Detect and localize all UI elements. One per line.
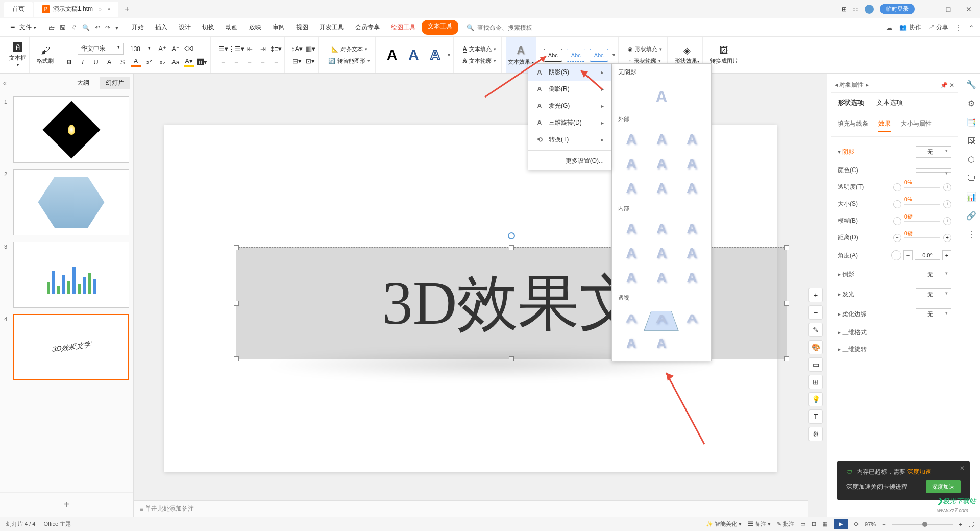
pin-icon[interactable]: 📌 [940,82,948,89]
add-tab-button[interactable]: + [119,5,134,14]
shadow-preset[interactable]: A [618,178,644,199]
shadow-preset[interactable]: A [679,154,705,174]
view-normal-icon[interactable]: ▭ [800,521,805,527]
tab-start[interactable]: 开始 [127,20,149,35]
shadow-text-button[interactable]: A [104,57,114,67]
effects-tab[interactable]: 效果 [878,119,891,132]
resize-handle[interactable] [509,245,514,250]
notes-toggle[interactable]: ☰ 备注 ▾ [748,520,771,528]
image-icon[interactable]: 🖼 [967,136,975,146]
change-case-button[interactable]: Aa [170,57,181,67]
shadow-preset[interactable]: A [648,219,674,239]
slide-thumbnail[interactable] [13,242,129,308]
outline-tab[interactable]: 大纲 [71,77,95,89]
strikethrough-button[interactable]: S [117,57,128,67]
tab-developer[interactable]: 开发工具 [314,20,349,35]
clear-format-icon[interactable]: ⌫ [184,44,194,54]
file-menu[interactable]: 文件 ▾ [6,21,40,34]
reflection-section[interactable]: 倒影无 [838,264,951,284]
print-icon[interactable]: 🖨 [71,24,77,31]
layers-icon[interactable]: 📑 [966,117,976,127]
shadow-preset[interactable]: A [679,129,705,150]
shape-style-3[interactable]: Abc [590,49,608,62]
text-style-blue[interactable]: A [404,47,423,63]
link-icon[interactable]: 🔗 [966,211,976,221]
bullets-button[interactable]: ☰▾ [218,44,228,54]
collab-button[interactable]: 👥 协作 [899,23,921,32]
open-icon[interactable]: 🗁 [48,24,55,31]
shadow-preset[interactable]: A [618,243,644,263]
font-size-select[interactable]: 138▾ [127,44,154,54]
align-left-button[interactable]: ≡ [218,56,228,66]
text-tool[interactable]: T [808,409,823,424]
numbering-button[interactable]: ⋮☰▾ [231,44,241,54]
text-effects-button[interactable]: A 文本效果 ▾ [508,44,534,66]
increase-font-icon[interactable]: A⁺ [157,44,167,54]
text-style-more-icon[interactable]: ▾ [448,52,450,58]
slide-item-4[interactable]: 4 3D效果文字 [4,314,129,380]
add-slide-button[interactable]: + [0,492,133,517]
shape-effects-button[interactable]: ◈ 形状效果▾ [675,45,699,65]
shadow-preset[interactable]: A [618,268,644,288]
tab-view[interactable]: 视图 [291,20,313,35]
maximize-button[interactable]: □ [941,5,955,13]
shape-style-2[interactable]: Abc [567,49,585,62]
collapse-ribbon-icon[interactable]: ⌃ [969,24,974,31]
document-tab[interactable]: P 演示文稿1.htm ○ • [34,2,118,17]
shadow-preset[interactable]: A [646,332,677,352]
pen-tool[interactable]: ✎ [808,323,823,337]
text-direction-button[interactable]: ↕A▾ [292,44,302,54]
tab-animation[interactable]: 动画 [220,20,243,35]
decrease-font-icon[interactable]: A⁻ [170,44,181,54]
soft-edges-section[interactable]: 柔化边缘无 [838,304,951,324]
shadow-preset[interactable]: A [618,219,644,239]
resize-handle[interactable] [784,245,789,250]
search-input[interactable] [477,24,538,31]
dd-transform[interactable]: ⟲转换(T)▸ [528,131,611,148]
convert-smart-button[interactable]: 🔄转智能图形▾ [326,56,372,66]
shadow-section[interactable]: 阴影 无 [838,142,951,162]
canvas-area[interactable]: 3D效果文 + − ✎ 🎨 ▭ ⊞ 💡 T ⚙ [134,74,827,517]
hexagon-icon[interactable]: ⬡ [968,155,975,164]
fit-icon[interactable]: ⊙ [854,521,859,527]
notes-placeholder[interactable]: 单击此处添加备注 [145,504,194,513]
format-3d-section[interactable]: 三维格式 [838,324,951,341]
menu-more-icon[interactable]: ⋮ [955,24,962,31]
shadow-preset-select[interactable]: 无 [916,146,951,158]
tab-insert[interactable]: 插入 [150,20,173,35]
close-button[interactable]: ✕ [962,5,976,13]
text-options-tab[interactable]: 文本选项 [876,98,903,110]
text-style-outline[interactable]: A [426,47,444,63]
search-box[interactable]: 🔍 [467,24,538,31]
apps-icon[interactable]: ⚏ [853,6,859,13]
resize-handle[interactable] [234,301,239,306]
underline-button[interactable]: U [91,57,101,67]
main-text[interactable]: 3D效果文 [382,262,641,345]
subscript-button[interactable]: x₂ [157,57,167,67]
size-slider[interactable]: −0%+ [893,200,951,208]
zoom-value[interactable]: 97% [865,521,876,527]
margins-button[interactable]: ⊡▾ [305,56,315,66]
shadow-color-select[interactable] [916,168,951,173]
slide-item-2[interactable]: 2 [4,169,129,235]
rotation-3d-section[interactable]: 三维旋转 [838,341,951,358]
shadow-preset[interactable]: A [616,332,647,352]
idea-tool[interactable]: 💡 [808,392,823,406]
undo-icon[interactable]: ↶ [95,24,100,31]
line-spacing-button[interactable]: ‡≡▾ [271,44,281,54]
layout-tool[interactable]: ⊞ [808,375,823,389]
dd-shadow[interactable]: A阴影(S)▸ [528,64,611,81]
fill-line-tab[interactable]: 填充与线条 [838,119,868,132]
layout-icon[interactable]: ⊞ [842,6,847,13]
align-justify-button[interactable]: ≡ [258,56,268,66]
shape-fill-button[interactable]: ◉形状填充▾ [626,44,664,54]
close-panel-icon[interactable]: ✕ [949,82,954,89]
login-button[interactable]: 临时登录 [880,4,915,14]
text-outline-button[interactable]: A文本轮廓▾ [461,56,498,66]
no-shadow-option[interactable]: A [612,81,711,112]
font-color-button[interactable]: A▾ [184,57,194,67]
slides-tab[interactable]: 幻灯片 [100,77,130,89]
columns-button[interactable]: ▥▾ [305,44,315,54]
fullscreen-icon[interactable]: ⛶ [968,521,974,527]
indent-right-button[interactable]: ⇥ [258,44,268,54]
